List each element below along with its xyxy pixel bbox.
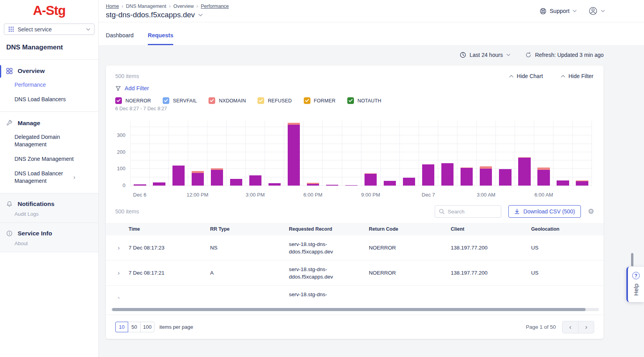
bar-7[interactable] xyxy=(268,183,281,186)
bar-10[interactable] xyxy=(326,185,338,186)
breadcrumb-item[interactable]: Performance xyxy=(201,4,229,9)
bar-14[interactable] xyxy=(403,178,415,186)
breadcrumb-item[interactable]: Overview xyxy=(173,4,194,9)
vertical-scrollbar-thumb[interactable] xyxy=(631,253,633,266)
chart-date-range: 6 Dec 8:27 - 7 Dec 8:27 xyxy=(106,104,604,111)
sidebar-item-dns-zone-management[interactable]: DNS Zone Management xyxy=(0,152,98,166)
chart-items-count: 500 items xyxy=(115,73,139,79)
table-row[interactable]: ›7 Dec 08:17:21Aserv-18.stg-dns-ddos.f5x… xyxy=(106,260,604,286)
refresh-button[interactable]: Refresh: Updated 3 min ago xyxy=(525,52,604,58)
chart-bars xyxy=(130,121,592,186)
legend-label: REFUSED xyxy=(268,98,292,104)
bar-segment-noerror xyxy=(461,168,473,186)
legend-checkbox[interactable] xyxy=(258,97,264,104)
bar-22[interactable] xyxy=(557,180,569,186)
gear-icon[interactable]: ⚙ xyxy=(588,208,594,215)
time-range-dropdown[interactable]: Last 24 hours xyxy=(460,52,510,58)
requests-bar-chart: 0100200300 Dec 612:00 PM3:00 PM6:00 PM9:… xyxy=(115,121,592,200)
sidebar-caption-about[interactable]: About xyxy=(0,240,98,247)
next-page-button[interactable]: › xyxy=(578,321,594,333)
bar-4[interactable] xyxy=(211,168,223,186)
bar-23[interactable] xyxy=(576,180,588,186)
prev-page-button[interactable]: ‹ xyxy=(562,321,578,333)
bar-segment-noerror xyxy=(365,174,377,186)
sidebar-item-dns-load-balancer-management[interactable]: DNS Load Balancer Management › xyxy=(0,166,98,188)
bar-17[interactable] xyxy=(461,168,473,186)
page-size-10[interactable]: 10 xyxy=(115,322,128,332)
tab-dashboard[interactable]: Dashboard xyxy=(106,32,134,45)
page-size-50[interactable]: 50 xyxy=(128,322,141,332)
tab-requests[interactable]: Requests xyxy=(148,32,173,45)
sidebar-item-service-info[interactable]: Service Info xyxy=(0,227,98,240)
row-expander-icon[interactable]: › xyxy=(106,244,129,252)
legend-item-noerror[interactable]: NOERROR xyxy=(115,97,151,104)
bar-2[interactable] xyxy=(172,166,185,186)
download-csv-button[interactable]: Download CSV (500) xyxy=(508,205,581,218)
bar-13[interactable] xyxy=(384,181,396,186)
bar-6[interactable] xyxy=(249,175,261,186)
legend-label: NOERROR xyxy=(125,98,151,104)
bar-1[interactable] xyxy=(153,182,165,186)
page-size-100[interactable]: 100 xyxy=(140,322,154,332)
bar-11[interactable] xyxy=(345,185,357,186)
row-expander-icon[interactable]: › xyxy=(106,269,129,277)
bar-segment-noerror xyxy=(499,169,511,186)
breadcrumb-item[interactable]: Home xyxy=(106,4,119,9)
bar-segment-noerror xyxy=(230,179,242,186)
sidebar-item-delegated-domain-management[interactable]: Delegated Domain Management xyxy=(0,130,86,152)
x-axis-tick: 3:00 AM xyxy=(477,192,495,198)
legend-item-notauth[interactable]: NOTAUTH xyxy=(347,97,381,104)
bar-16[interactable] xyxy=(441,163,454,186)
sidebar-item-manage[interactable]: Manage xyxy=(0,117,98,130)
bar-20[interactable] xyxy=(518,157,530,186)
bar-3[interactable] xyxy=(192,171,204,186)
add-filter-button[interactable]: Add Filter xyxy=(106,79,604,91)
select-service-dropdown[interactable]: Select service xyxy=(4,24,94,35)
legend-item-nxdomain[interactable]: NXDOMAIN xyxy=(209,97,246,104)
sidebar-item-dns-load-balancers[interactable]: DNS Load Balancers xyxy=(0,92,98,107)
bar-8[interactable] xyxy=(288,123,300,186)
chevron-right-icon: › xyxy=(73,174,75,180)
legend-checkbox[interactable] xyxy=(209,97,215,104)
sidebar-item-overview[interactable]: Overview xyxy=(0,64,98,78)
chevron-up-icon xyxy=(561,75,565,78)
hide-filter-button[interactable]: Hide Filter xyxy=(561,73,593,79)
bar-5[interactable] xyxy=(230,179,242,186)
horizontal-scrollbar-thumb[interactable] xyxy=(112,308,586,311)
page-size-selector: 1050100 xyxy=(115,322,154,332)
bar-9[interactable] xyxy=(307,183,319,186)
breadcrumb-item[interactable]: DNS Management xyxy=(126,4,166,9)
sidebar-item-notifications[interactable]: Notifications xyxy=(0,197,98,211)
search-box[interactable] xyxy=(435,205,501,218)
table-row[interactable]: ›7 Dec 08:17:23NSserv-18.stg-dns-ddos.f5… xyxy=(106,235,604,260)
row-expander-icon[interactable]: › xyxy=(106,294,129,299)
bar-0[interactable] xyxy=(134,184,146,186)
legend-item-servfail[interactable]: SERVFAIL xyxy=(163,97,197,104)
legend-item-former[interactable]: FORMER xyxy=(304,97,336,104)
sidebar-item-performance[interactable]: Performance xyxy=(0,78,98,92)
cell-geolocation: US xyxy=(531,270,604,276)
bar-18[interactable] xyxy=(480,166,492,186)
x-axis-tick: 3:00 PM xyxy=(246,192,265,198)
time-toolbar: Last 24 hours Refresh: Updated 3 min ago xyxy=(106,52,604,58)
legend-checkbox[interactable] xyxy=(347,97,354,104)
horizontal-scrollbar[interactable] xyxy=(111,308,599,311)
account-menu[interactable] xyxy=(588,6,605,16)
bar-21[interactable] xyxy=(537,168,550,186)
legend-checkbox[interactable] xyxy=(304,97,310,104)
cell-requested-record: serv-18.stg-dns-ddos.f5xcapps.dev xyxy=(289,261,348,285)
bar-segment-noerror xyxy=(576,181,588,186)
bar-19[interactable] xyxy=(499,169,511,186)
support-menu[interactable]: Support xyxy=(540,8,577,15)
bar-12[interactable] xyxy=(365,173,377,186)
legend-checkbox[interactable] xyxy=(115,97,122,104)
chevron-down-icon[interactable] xyxy=(198,14,203,16)
hide-chart-button[interactable]: Hide Chart xyxy=(509,73,543,79)
help-tab[interactable]: ? Help xyxy=(626,267,644,302)
legend-item-refused[interactable]: REFUSED xyxy=(258,97,292,104)
legend-checkbox[interactable] xyxy=(163,97,169,104)
bar-segment-noerror xyxy=(153,182,165,186)
sidebar-caption-audit-logs[interactable]: Audit Logs xyxy=(0,211,98,218)
search-input[interactable] xyxy=(448,209,495,215)
bar-15[interactable] xyxy=(422,164,434,186)
